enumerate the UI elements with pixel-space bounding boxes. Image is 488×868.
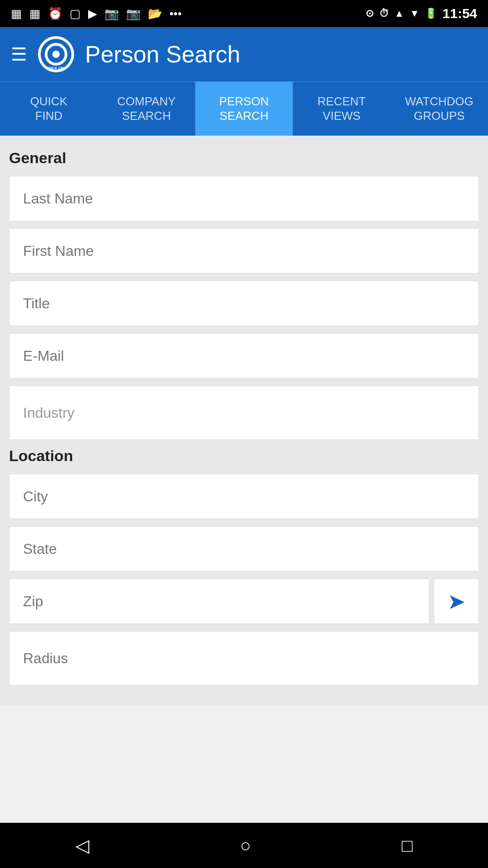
- state-field[interactable]: [9, 526, 479, 571]
- svg-text:SINCE 1991: SINCE 1991: [46, 66, 66, 70]
- industry-field[interactable]: Industry: [9, 386, 479, 440]
- android-nav-bar: ◁ ○ □: [0, 823, 488, 868]
- status-icons-left: ▦ ▦ ⏰ ▢ ▶ 📷 📷 📂 •••: [11, 7, 182, 21]
- photo-icon: 📷: [104, 7, 119, 21]
- alarm-icon: ⏰: [48, 7, 62, 21]
- calendar-icon: ▦: [29, 7, 41, 21]
- status-bar: ▦ ▦ ⏰ ▢ ▶ 📷 📷 📂 ••• ⊙ ⏱ ▲ ▼ 🔋 11:54: [0, 0, 488, 27]
- recent-apps-button[interactable]: □: [402, 835, 413, 856]
- app-logo: SINCE 1991: [38, 36, 74, 72]
- app-title: Person Search: [85, 41, 240, 68]
- last-name-field[interactable]: [9, 176, 479, 221]
- location-section-title: Location: [9, 447, 479, 465]
- title-field[interactable]: [9, 281, 479, 326]
- play-icon: ▶: [88, 7, 97, 21]
- radius-input[interactable]: [23, 650, 465, 667]
- tab-company-search[interactable]: COMPANY SEARCH: [98, 82, 195, 136]
- sim-icon: ▦: [11, 7, 22, 21]
- email-field[interactable]: [9, 333, 479, 378]
- menu-icon[interactable]: ☰: [11, 44, 27, 65]
- status-icons-right: ⊙ ⏱ ▲ ▼ 🔋 11:54: [366, 6, 477, 21]
- general-section-title: General: [9, 149, 479, 167]
- zip-field[interactable]: [9, 579, 429, 624]
- city-field[interactable]: [9, 474, 479, 519]
- main-content: General Industry Location: [0, 136, 488, 706]
- radius-field[interactable]: [9, 631, 479, 685]
- home-button[interactable]: ○: [240, 835, 251, 856]
- notification-icon: ⊙: [366, 8, 374, 19]
- zip-row: ➤: [9, 579, 479, 624]
- time-display: 11:54: [442, 6, 477, 21]
- tab-watchdog-groups[interactable]: WATCHDOG GROUPS: [390, 82, 488, 136]
- first-name-input[interactable]: [23, 243, 465, 259]
- title-input[interactable]: [23, 295, 465, 312]
- last-name-input[interactable]: [23, 190, 465, 207]
- network-icon: ▼: [409, 8, 419, 19]
- email-input[interactable]: [23, 348, 465, 364]
- tab-quick-find[interactable]: QUICK FIND: [0, 82, 98, 136]
- screen-icon: ▢: [70, 7, 81, 21]
- tab-person-search[interactable]: PERSON SEARCH: [195, 82, 293, 136]
- photo2-icon: 📷: [126, 7, 141, 21]
- clock-icon: ⏱: [379, 8, 389, 19]
- location-section: Location ➤: [9, 447, 479, 685]
- battery-icon: 🔋: [425, 8, 437, 19]
- gps-arrow-icon: ➤: [447, 589, 465, 614]
- first-name-field[interactable]: [9, 228, 479, 274]
- more-icon: •••: [169, 7, 182, 21]
- state-input[interactable]: [23, 541, 465, 557]
- file-icon: 📂: [148, 7, 162, 21]
- city-input[interactable]: [23, 488, 465, 505]
- app-header: ☰ SINCE 1991 Person Search: [0, 27, 488, 81]
- location-gps-button[interactable]: ➤: [434, 579, 479, 624]
- svg-point-2: [52, 51, 60, 58]
- tab-bar: QUICK FIND COMPANY SEARCH PERSON SEARCH …: [0, 81, 488, 136]
- wifi-icon: ▲: [394, 8, 404, 19]
- tab-recent-views[interactable]: RECENT VIEWS: [293, 82, 390, 136]
- zip-input[interactable]: [23, 593, 415, 610]
- back-button[interactable]: ◁: [75, 835, 89, 856]
- industry-placeholder: Industry: [23, 405, 75, 421]
- general-section: General Industry: [9, 149, 479, 440]
